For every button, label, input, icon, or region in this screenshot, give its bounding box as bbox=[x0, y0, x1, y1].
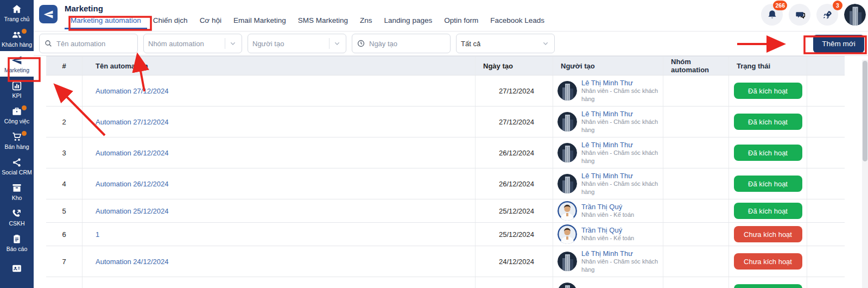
creator-avatar bbox=[557, 201, 577, 221]
sidebar-item-công-việc[interactable]: Công việc bbox=[0, 102, 34, 128]
status-toggle-button[interactable]: Đã kích hoạt bbox=[734, 203, 802, 219]
table-row: Đã kích hoạt bbox=[46, 277, 845, 288]
created-date: 27/12/2024 bbox=[476, 76, 553, 106]
clock-icon bbox=[357, 39, 365, 48]
automation-name-link[interactable]: Automation 24/12/2024 bbox=[96, 258, 168, 266]
bell-button[interactable]: 266 bbox=[761, 4, 783, 26]
send-icon bbox=[11, 55, 22, 66]
automation-group-cell bbox=[663, 76, 729, 106]
sidebar-item-khách-hàng[interactable]: Khách hàng bbox=[0, 26, 34, 51]
tab-bar: Marketing automationChiến dịchCơ hộiEmai… bbox=[65, 15, 550, 29]
status-toggle-button[interactable]: Chưa kích hoạt bbox=[734, 226, 802, 242]
filters: Nhóm automationNgười tạoNgày tạoTất cả bbox=[39, 34, 555, 53]
sidebar-item-kpi[interactable]: KPI bbox=[0, 77, 34, 102]
table-row: 6125/12/2024Trần Thị QuýNhân viên - Kế t… bbox=[46, 222, 845, 246]
creator-name-link[interactable]: Lê Thị Minh Thư bbox=[581, 141, 660, 149]
column-header: Nhóm automation bbox=[663, 57, 729, 75]
automation-name-link[interactable]: Automation 26/12/2024 bbox=[96, 149, 168, 157]
table-row: 3Automation 26/12/202426/12/2024Lê Thị M… bbox=[46, 137, 845, 168]
tab-landing-pages[interactable]: Landing pages bbox=[378, 15, 439, 29]
sidebar-item-social-crm[interactable]: Social CRM bbox=[0, 153, 34, 179]
building-avatar bbox=[557, 112, 577, 132]
dropdown-nhóm-automation[interactable]: Nhóm automation bbox=[143, 34, 242, 53]
row-trailing-cell bbox=[807, 277, 845, 288]
row-trailing-cell bbox=[807, 199, 845, 222]
tab-sms-marketing[interactable]: SMS Marketing bbox=[292, 15, 354, 29]
status-toggle-button[interactable]: Đã kích hoạt bbox=[734, 114, 802, 130]
status-toggle-button[interactable]: Đã kích hoạt bbox=[734, 145, 802, 161]
automation-name-link[interactable]: Automation 27/12/2024 bbox=[96, 118, 168, 126]
sidebar-item-label: CSKH bbox=[9, 221, 24, 227]
table-row: 2Automation 27/12/202427/12/2024Lê Thị M… bbox=[46, 106, 845, 137]
sidebar-item-more[interactable] bbox=[0, 255, 34, 281]
main-area: Marketing Marketing automationChiến dịch… bbox=[34, 0, 868, 288]
tab-facebook-leads[interactable]: Facebook Leads bbox=[484, 15, 550, 29]
row-trailing-cell bbox=[807, 137, 845, 168]
date-created-picker[interactable]: Ngày tạo bbox=[352, 34, 451, 53]
search-automation-input[interactable] bbox=[39, 34, 138, 53]
creator-name-link[interactable]: Lê Thị Minh Thư bbox=[581, 110, 660, 118]
tab-email-marketing[interactable]: Email Marketing bbox=[227, 15, 292, 29]
user-avatar[interactable] bbox=[844, 4, 866, 26]
building-avatar bbox=[557, 283, 577, 288]
tab-cơ-hội[interactable]: Cơ hội bbox=[194, 15, 227, 29]
app-logo[interactable] bbox=[39, 5, 58, 23]
phone-out-icon bbox=[11, 208, 22, 219]
table-row: 5Automation 25/12/202425/12/2024Trần Thị… bbox=[46, 199, 845, 222]
dropdown-người-tạo[interactable]: Người tạo bbox=[248, 34, 346, 53]
automation-name-link[interactable]: 1 bbox=[96, 230, 99, 239]
row-number: 6 bbox=[46, 223, 83, 246]
created-date: 26/12/2024 bbox=[476, 137, 553, 168]
rocket-button[interactable]: 3 bbox=[816, 4, 838, 26]
sidebar-item-cskh[interactable]: CSKH bbox=[0, 204, 34, 230]
created-date: 26/12/2024 bbox=[476, 168, 553, 199]
tab-marketing-automation[interactable]: Marketing automation bbox=[65, 15, 147, 29]
tab-chiến-dịch[interactable]: Chiến dịch bbox=[147, 15, 194, 29]
status-toggle-button[interactable]: Chưa kích hoạt bbox=[734, 253, 802, 270]
tab-zns[interactable]: Zns bbox=[354, 15, 378, 29]
automation-group-cell bbox=[663, 107, 729, 137]
sidebar-item-trang-chủ[interactable]: Trang chủ bbox=[0, 0, 34, 26]
kpi-chart-icon bbox=[11, 80, 22, 91]
send-icon bbox=[43, 9, 54, 20]
automation-group-cell bbox=[663, 137, 729, 168]
status-toggle-button[interactable]: Đã kích hoạt bbox=[734, 176, 802, 192]
person-avatar bbox=[557, 224, 577, 244]
building-avatar bbox=[557, 252, 577, 271]
vertical-scrollbar[interactable] bbox=[862, 60, 868, 288]
creator-name-link[interactable]: Trần Thị Quý bbox=[581, 203, 634, 211]
creator-name-link[interactable]: Lê Thị Minh Thư bbox=[581, 172, 660, 180]
notification-dot bbox=[22, 105, 27, 110]
box-icon bbox=[11, 183, 22, 193]
sidebar-item-kho[interactable]: Kho bbox=[0, 179, 34, 204]
created-date: 25/12/2024 bbox=[476, 199, 553, 222]
search-input[interactable] bbox=[56, 40, 133, 48]
creator-name-link[interactable]: Lê Thị Minh Thư bbox=[581, 79, 660, 87]
creator-avatar bbox=[557, 81, 577, 101]
scrollbar-thumb[interactable] bbox=[863, 61, 867, 161]
automation-name-link[interactable]: Automation 26/12/2024 bbox=[96, 180, 168, 188]
creator-name-link[interactable]: Trần Thị Quý bbox=[581, 226, 634, 234]
status-toggle-button[interactable]: Đã kích hoạt bbox=[734, 284, 802, 288]
sidebar-item-label: Social CRM bbox=[2, 170, 31, 176]
person-avatar bbox=[557, 201, 577, 221]
chat-button[interactable] bbox=[789, 4, 810, 26]
creator-name-link[interactable]: Lê Thị Minh Thư bbox=[581, 249, 660, 258]
tab-optin-form[interactable]: Optin form bbox=[438, 15, 484, 29]
column-header-empty bbox=[807, 57, 845, 75]
dropdown-status-all[interactable]: Tất cả bbox=[456, 34, 555, 53]
home-icon bbox=[11, 4, 22, 15]
id-card-icon bbox=[11, 263, 22, 274]
building-avatar bbox=[844, 4, 866, 26]
automation-name-link[interactable]: Automation 27/12/2024 bbox=[96, 87, 168, 95]
creator-role: Nhân viên - Kế toán bbox=[581, 211, 634, 218]
automation-name-link[interactable]: Automation 25/12/2024 bbox=[96, 207, 168, 215]
add-new-button[interactable]: Thêm mới bbox=[813, 35, 864, 53]
status-toggle-button[interactable]: Đã kích hoạt bbox=[734, 83, 802, 99]
sidebar-item-label: KPI bbox=[12, 93, 22, 99]
table-row: 1Automation 27/12/202427/12/2024Lê Thị M… bbox=[46, 75, 845, 106]
created-date bbox=[476, 277, 553, 288]
sidebar-item-báo-cáo[interactable]: Báo cáo bbox=[0, 230, 34, 255]
sidebar-item-marketing[interactable]: Marketing bbox=[0, 51, 34, 77]
sidebar-item-bán-hàng[interactable]: Bán hàng bbox=[0, 128, 34, 153]
